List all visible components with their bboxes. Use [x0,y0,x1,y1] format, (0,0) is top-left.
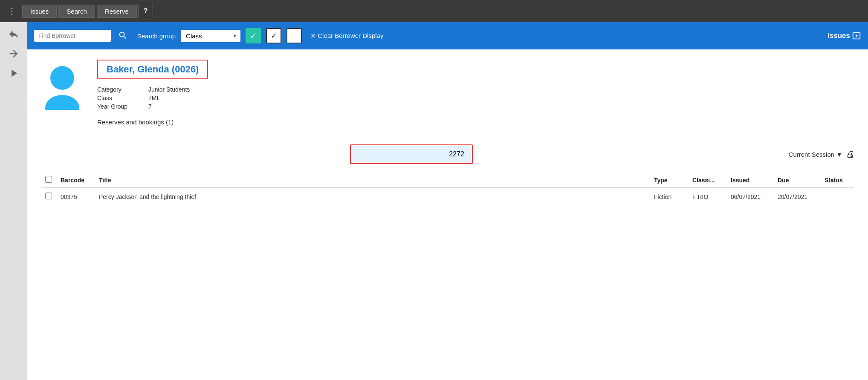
content-area: Search group Class Year Group Category ✓… [27,22,868,380]
menu-dots-icon[interactable]: ⋮ [3,3,20,19]
year-group-label: Year Group [97,103,148,110]
borrower-name-box: Baker, Glenda (0026) [97,60,208,79]
session-label: Current Session [789,151,835,158]
top-nav-bar: ⋮ Issues Search Reserve ? [0,0,868,22]
issues-label: Issues [827,32,850,40]
row-classi: F RIO [688,188,726,205]
issues-button[interactable]: Issues [827,31,861,40]
class-label: Class [97,95,148,101]
session-area: Current Session ▼ 🖨 [789,150,854,159]
main-content: Baker, Glenda (0026) Category Junior Stu… [27,49,868,380]
col-due-header: Due [773,173,820,188]
table-header: Barcode Title Type Classi... Issued Due … [41,173,854,188]
table-body: 00375 Percy Jackson and the lightning th… [41,188,854,205]
toolbar: Search group Class Year Group Category ✓… [27,22,868,49]
header-checkbox[interactable] [45,176,52,183]
barcode-input[interactable] [352,146,471,162]
avatar [41,63,84,110]
borrower-section: Baker, Glenda (0026) Category Junior Stu… [41,60,854,134]
issues-nav-button[interactable]: Issues [22,5,57,18]
row-check-cell [41,188,56,205]
row-barcode: 00375 [56,188,95,205]
barcode-session-row: Current Session ▼ 🖨 [41,144,854,164]
barcode-center [41,144,782,164]
main-layout: Search group Class Year Group Category ✓… [0,22,868,380]
row-title: Percy Jackson and the lightning thief [95,188,650,205]
reserve-nav-button[interactable]: Reserve [97,5,137,18]
avatar-area [41,60,84,134]
class-select-wrapper: Class Year Group Category [181,30,240,42]
search-group-label: Search group [137,32,176,40]
col-barcode-header: Barcode [56,173,95,188]
row-type: Fiction [650,188,688,205]
col-title-header: Title [95,173,650,188]
issues-table: Barcode Title Type Classi... Issued Due … [41,173,854,205]
col-type-header: Type [650,173,688,188]
table-header-row: Barcode Title Type Classi... Issued Due … [41,173,854,188]
session-arrow-icon: ▼ [836,151,842,158]
barcode-input-wrapper [350,144,473,164]
find-borrower-input[interactable] [34,30,111,42]
row-issued: 06/07/2021 [726,188,773,205]
row-due: 20/07/2021 [773,188,820,205]
row-status [820,188,854,205]
dark-checkbox[interactable]: ✓ [266,28,281,43]
session-dropdown[interactable]: Current Session ▼ [789,151,842,158]
col-status-header: Status [820,173,854,188]
year-group-value: 7 [148,103,854,110]
row-checkbox[interactable] [45,193,52,199]
borrower-name: Baker, Glenda (0026) [107,64,199,75]
sidebar [0,22,27,380]
empty-checkbox[interactable] [286,28,302,43]
col-issued-header: Issued [726,173,773,188]
table-row: 00375 Percy Jackson and the lightning th… [41,188,854,205]
svg-point-0 [50,66,74,90]
class-value: 7ML [148,95,854,101]
reserves-label: Reserves and bookings (1) [97,118,854,126]
print-icon[interactable]: 🖨 [846,150,854,159]
search-button[interactable] [116,29,129,43]
search-nav-button[interactable]: Search [58,5,95,18]
borrower-info: Baker, Glenda (0026) Category Junior Stu… [97,60,854,134]
checkout-icon[interactable] [4,46,23,61]
header-checkbox-cell [41,173,56,188]
help-button[interactable]: ? [139,4,153,18]
category-value: Junior Students [148,86,854,93]
class-select[interactable]: Class Year Group Category [181,30,240,42]
col-classi-header: Classi... [688,173,726,188]
category-label: Category [97,86,148,93]
clear-borrower-button[interactable]: ✕ Clear Borrower Display [310,32,383,40]
arrow-right-icon[interactable] [4,66,23,81]
teal-checkbox[interactable]: ✓ [246,28,261,43]
svg-point-1 [45,95,79,110]
borrower-details: Category Junior Students Class 7ML Year … [97,86,854,110]
checkin-icon[interactable] [4,26,23,42]
